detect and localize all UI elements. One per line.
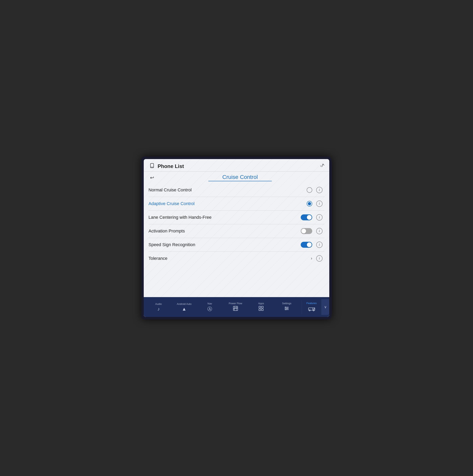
toggle-knob-speed-sign bbox=[307, 242, 312, 247]
toggle-activation-prompts[interactable] bbox=[301, 228, 312, 234]
setting-label-normal-cruise: Normal Cruise Control bbox=[148, 187, 307, 193]
info-button-activation-prompts[interactable]: i bbox=[316, 228, 323, 234]
content-area: Phone List ↩ Cruise Control bbox=[144, 159, 329, 297]
info-button-tolerance[interactable]: i bbox=[316, 255, 323, 262]
radio-inner-adaptive bbox=[308, 202, 311, 205]
setting-control-lane-centering: i bbox=[301, 214, 323, 221]
nav-item-android-auto[interactable]: Android Auto ▲ bbox=[171, 303, 197, 312]
chevron-right-icon[interactable]: › bbox=[311, 256, 312, 261]
nav-item-apps[interactable]: Apps bbox=[248, 302, 274, 312]
nav-label-audio: Audio bbox=[155, 303, 162, 306]
cruise-control-title: Cruise Control bbox=[222, 174, 258, 180]
chevron-down-icon: ∨ bbox=[324, 305, 327, 309]
svg-rect-12 bbox=[259, 309, 261, 311]
toggle-knob-activation bbox=[301, 229, 306, 233]
title-underline bbox=[208, 181, 272, 181]
bottom-nav: Audio ♪ Android Auto ▲ Nav Ⓐ Power Flow bbox=[144, 297, 329, 317]
table-row: Tolerance › i bbox=[148, 252, 325, 265]
main-content: Phone List ↩ Cruise Control bbox=[144, 159, 329, 317]
toggle-lane-centering[interactable] bbox=[301, 214, 312, 220]
features-panel[interactable]: Features bbox=[302, 300, 321, 314]
nav-item-audio[interactable]: Audio ♪ bbox=[146, 303, 171, 312]
svg-rect-11 bbox=[261, 306, 263, 308]
screen-container: Phone List ↩ Cruise Control bbox=[141, 157, 332, 319]
radio-adaptive-cruise[interactable] bbox=[307, 201, 312, 206]
nav-label-nav: Nav bbox=[208, 302, 212, 305]
toggle-knob-lane-centering bbox=[307, 215, 312, 220]
nav-items: Audio ♪ Android Auto ▲ Nav Ⓐ Power Flow bbox=[144, 302, 302, 312]
settings-list: Normal Cruise Control i Adaptive Cruise … bbox=[144, 181, 329, 265]
features-label: Features bbox=[307, 302, 317, 305]
table-row: Lane Centering with Hands-Free i bbox=[148, 211, 325, 224]
svg-rect-10 bbox=[259, 306, 261, 308]
nav-label-settings: Settings bbox=[282, 302, 292, 305]
setting-label-speed-sign: Speed Sign Recognition bbox=[148, 242, 301, 247]
android-auto-icon: ▲ bbox=[182, 306, 187, 312]
power-flow-icon bbox=[233, 306, 238, 312]
nav-item-settings[interactable]: Settings bbox=[274, 302, 300, 312]
setting-control-activation-prompts: i bbox=[301, 228, 323, 234]
svg-line-3 bbox=[322, 164, 323, 167]
cruise-control-title-wrapper: Cruise Control bbox=[156, 174, 325, 181]
table-row: Activation Prompts i bbox=[148, 224, 325, 238]
radio-normal-cruise[interactable] bbox=[307, 187, 312, 193]
signal-icon bbox=[319, 163, 325, 169]
info-button-speed-sign[interactable]: i bbox=[316, 241, 323, 248]
header: Phone List bbox=[144, 159, 329, 170]
audio-icon: ♪ bbox=[157, 306, 160, 312]
nav-item-nav[interactable]: Nav Ⓐ bbox=[197, 302, 223, 312]
setting-label-adaptive-cruise: Adaptive Cruise Control bbox=[148, 201, 307, 206]
back-button[interactable]: ↩ bbox=[148, 174, 156, 181]
toggle-speed-sign[interactable] bbox=[301, 242, 312, 248]
info-button-adaptive-cruise[interactable]: i bbox=[316, 201, 323, 207]
phone-list-title: Phone List bbox=[158, 163, 184, 169]
setting-control-speed-sign: i bbox=[301, 241, 323, 248]
svg-line-5 bbox=[321, 165, 321, 167]
expand-button[interactable]: ∨ bbox=[321, 299, 329, 315]
setting-control-tolerance: › i bbox=[311, 255, 323, 262]
setting-control-normal-cruise: i bbox=[307, 187, 323, 193]
top-bar: ↩ Cruise Control bbox=[144, 171, 329, 181]
svg-line-4 bbox=[323, 164, 324, 165]
nav-icon: Ⓐ bbox=[207, 306, 212, 312]
svg-rect-13 bbox=[261, 309, 263, 311]
nav-label-power-flow: Power Flow bbox=[229, 302, 242, 305]
table-row: Adaptive Cruise Control i bbox=[148, 197, 325, 211]
apps-icon bbox=[258, 306, 264, 312]
info-button-lane-centering[interactable]: i bbox=[316, 214, 323, 221]
svg-point-2 bbox=[152, 167, 152, 168]
setting-label-lane-centering: Lane Centering with Hands-Free bbox=[148, 215, 301, 220]
settings-icon bbox=[284, 306, 289, 312]
setting-control-adaptive-cruise: i bbox=[307, 201, 323, 207]
setting-label-tolerance: Tolerance bbox=[148, 256, 311, 261]
phone-icon bbox=[148, 163, 156, 170]
table-row: Speed Sign Recognition i bbox=[148, 238, 325, 252]
table-row: Normal Cruise Control i bbox=[148, 183, 325, 197]
nav-item-power-flow[interactable]: Power Flow bbox=[223, 302, 248, 312]
nav-label-android-auto: Android Auto bbox=[177, 303, 192, 306]
features-truck-icon bbox=[308, 306, 315, 313]
nav-label-apps: Apps bbox=[258, 302, 264, 305]
info-button-normal-cruise[interactable]: i bbox=[316, 187, 323, 193]
setting-label-activation-prompts: Activation Prompts bbox=[148, 228, 301, 234]
